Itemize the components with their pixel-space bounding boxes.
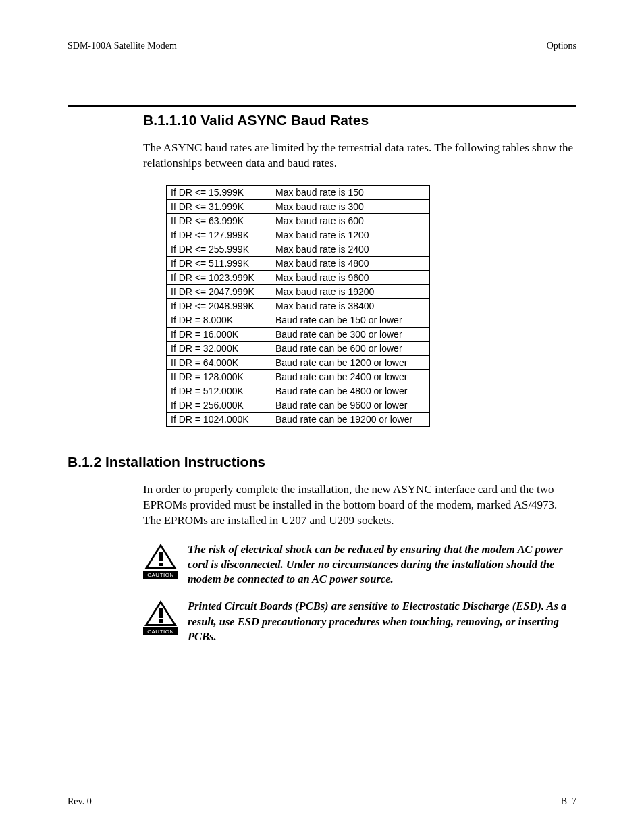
result-cell: Max baud rate is 9600	[271, 270, 430, 284]
condition-cell: If DR <= 2048.999K	[167, 298, 271, 313]
result-cell: Baud rate can be 2400 or lower	[271, 369, 430, 384]
svg-rect-2	[159, 552, 163, 561]
condition-cell: If DR = 1024.000K	[167, 412, 271, 426]
condition-cell: If DR = 8.000K	[167, 313, 271, 327]
caution-text: The risk of electrical shock can be redu…	[188, 542, 576, 588]
result-cell: Baud rate can be 150 or lower	[271, 313, 430, 327]
table-row: If DR <= 255.999KMax baud rate is 2400	[167, 242, 430, 256]
condition-cell: If DR <= 15.999K	[167, 185, 271, 199]
condition-cell: If DR <= 255.999K	[167, 242, 271, 256]
footer-rule	[68, 793, 576, 793]
section1-paragraph: The ASYNC baud rates are limited by the …	[143, 140, 576, 172]
condition-cell: If DR <= 1023.999K	[167, 270, 271, 284]
condition-cell: If DR <= 127.999K	[167, 228, 271, 242]
result-cell: Max baud rate is 2400	[271, 242, 430, 256]
caution-block: CAUTIONThe risk of electrical shock can …	[143, 542, 576, 588]
result-cell: Max baud rate is 1200	[271, 228, 430, 242]
svg-text:CAUTION: CAUTION	[147, 572, 174, 578]
result-cell: Max baud rate is 19200	[271, 284, 430, 298]
result-cell: Baud rate can be 1200 or lower	[271, 355, 430, 369]
caution-icon: CAUTION	[143, 542, 178, 583]
svg-rect-3	[159, 563, 163, 566]
condition-cell: If DR = 128.000K	[167, 369, 271, 384]
header-left: SDM-100A Satellite Modem	[68, 41, 177, 51]
table-row: If DR <= 127.999KMax baud rate is 1200	[167, 228, 430, 242]
page-footer: Rev. 0 B–7	[68, 793, 576, 807]
table-row: If DR <= 511.999KMax baud rate is 4800	[167, 256, 430, 270]
result-cell: Baud rate can be 19200 or lower	[271, 412, 430, 426]
footer-right: B–7	[561, 796, 576, 807]
svg-text:CAUTION: CAUTION	[147, 629, 174, 635]
table-row: If DR <= 2048.999KMax baud rate is 38400	[167, 298, 430, 313]
condition-cell: If DR <= 2047.999K	[167, 284, 271, 298]
condition-cell: If DR = 32.000K	[167, 341, 271, 355]
result-cell: Max baud rate is 600	[271, 213, 430, 228]
table-row: If DR <= 1023.999KMax baud rate is 9600	[167, 270, 430, 284]
condition-cell: If DR <= 511.999K	[167, 256, 271, 270]
condition-cell: If DR <= 31.999K	[167, 199, 271, 213]
section-heading-baud-rates: B.1.1.10 Valid ASYNC Baud Rates	[143, 112, 576, 128]
table-row: If DR = 128.000KBaud rate can be 2400 or…	[167, 369, 430, 384]
result-cell: Max baud rate is 150	[271, 185, 430, 199]
svg-rect-8	[159, 608, 163, 618]
svg-rect-9	[159, 619, 163, 623]
table-row: If DR <= 15.999KMax baud rate is 150	[167, 185, 430, 199]
running-header: SDM-100A Satellite Modem Options	[68, 41, 576, 51]
baud-rate-table: If DR <= 15.999KMax baud rate is 150If D…	[166, 185, 430, 427]
table-row: If DR = 32.000KBaud rate can be 600 or l…	[167, 341, 430, 355]
result-cell: Baud rate can be 300 or lower	[271, 327, 430, 341]
caution-icon: CAUTION	[143, 599, 178, 640]
footer-left: Rev. 0	[68, 796, 92, 807]
caution-block: CAUTIONPrinted Circuit Boards (PCBs) are…	[143, 599, 576, 644]
table-row: If DR <= 63.999KMax baud rate is 600	[167, 213, 430, 228]
result-cell: Max baud rate is 4800	[271, 256, 430, 270]
table-row: If DR <= 31.999KMax baud rate is 300	[167, 199, 430, 213]
section2-paragraph: In order to properly complete the instal…	[143, 482, 576, 529]
result-cell: Max baud rate is 38400	[271, 298, 430, 313]
section-rule	[68, 105, 576, 107]
condition-cell: If DR = 16.000K	[167, 327, 271, 341]
table-row: If DR = 1024.000KBaud rate can be 19200 …	[167, 412, 430, 426]
table-row: If DR <= 2047.999KMax baud rate is 19200	[167, 284, 430, 298]
header-right: Options	[547, 41, 576, 51]
result-cell: Baud rate can be 600 or lower	[271, 341, 430, 355]
condition-cell: If DR <= 63.999K	[167, 213, 271, 228]
section-heading-installation: B.1.2 Installation Instructions	[68, 454, 576, 470]
result-cell: Max baud rate is 300	[271, 199, 430, 213]
table-row: If DR = 64.000KBaud rate can be 1200 or …	[167, 355, 430, 369]
caution-text: Printed Circuit Boards (PCBs) are sensit…	[188, 599, 576, 644]
result-cell: Baud rate can be 4800 or lower	[271, 384, 430, 398]
result-cell: Baud rate can be 9600 or lower	[271, 398, 430, 412]
table-row: If DR = 16.000KBaud rate can be 300 or l…	[167, 327, 430, 341]
table-row: If DR = 8.000KBaud rate can be 150 or lo…	[167, 313, 430, 327]
condition-cell: If DR = 64.000K	[167, 355, 271, 369]
condition-cell: If DR = 256.000K	[167, 398, 271, 412]
table-row: If DR = 512.000KBaud rate can be 4800 or…	[167, 384, 430, 398]
table-row: If DR = 256.000KBaud rate can be 9600 or…	[167, 398, 430, 412]
page: SDM-100A Satellite Modem Options B.1.1.1…	[0, 0, 644, 834]
condition-cell: If DR = 512.000K	[167, 384, 271, 398]
